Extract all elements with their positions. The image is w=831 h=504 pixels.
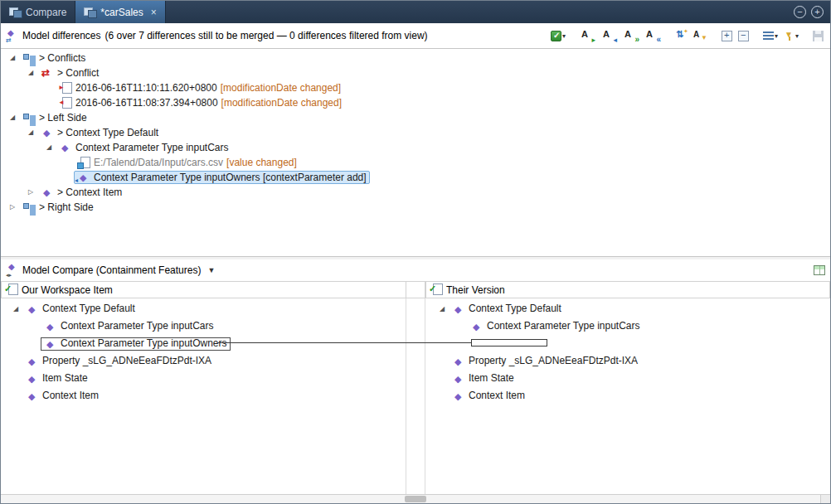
group-icon	[22, 112, 36, 124]
tree-item-content[interactable]: > Conflicts	[19, 51, 89, 65]
save-icon	[813, 31, 824, 41]
tree-item[interactable]: Context Parameter Type inputOwners [cont…	[1, 170, 830, 185]
tree-item-content[interactable]: Item State	[22, 372, 91, 385]
left-header-label: Our Workspace Item	[22, 284, 113, 296]
tab-compare[interactable]: Compare	[1, 1, 75, 23]
tree-item[interactable]: Context Parameter Type inputCars	[1, 317, 406, 335]
minimize-icon[interactable]: −	[794, 6, 806, 18]
tree-item-content[interactable]: > Context Type Default	[37, 126, 162, 139]
tree-item-label: > Left Side	[39, 110, 87, 125]
close-icon[interactable]: ×	[151, 7, 157, 18]
tree-item[interactable]: 2016-06-16T11:08:37.394+0800[modificatio…	[1, 95, 830, 110]
save-comparison-button[interactable]	[811, 27, 825, 45]
expanded-expander-icon[interactable]: ◢	[42, 140, 56, 155]
group-icon	[22, 201, 36, 214]
collapsed-expander-icon[interactable]: ▷	[24, 185, 37, 200]
diff-navigation-button[interactable]	[673, 27, 689, 45]
expanded-expander-icon[interactable]: ◢	[435, 300, 449, 317]
tree-item[interactable]: ◢> Context Type Default	[1, 125, 830, 140]
copy-right-to-left-button[interactable]	[600, 27, 619, 45]
checkbox-icon	[551, 31, 561, 41]
horizontal-scrollbar[interactable]	[1, 494, 830, 503]
tree-item[interactable]: Property _sLG_ADNeEeaFDtzPdt-IXA	[1, 352, 406, 370]
insertion-target-box	[471, 339, 547, 346]
tree-item-label: Context Type Default	[469, 300, 561, 317]
tree-item[interactable]: Context Parameter Type inputCars	[425, 317, 830, 335]
tree-item-content[interactable]: 2016-06-16T11:10:11.620+0800[modificatio…	[56, 81, 344, 94]
tree-item-label: Context Item	[42, 387, 99, 405]
tree-item-content[interactable]: Context Type Default	[449, 303, 565, 316]
tree-item-label: > Context Type Default	[57, 125, 158, 140]
tab-carsales[interactable]: *carSales ×	[75, 1, 165, 23]
collapse-all-button[interactable]	[736, 27, 751, 45]
model-differences-icon	[6, 30, 19, 41]
differences-summary: (6 over 7 differences still to be merged…	[105, 30, 428, 41]
filter-dropdown[interactable]: ▾	[782, 27, 800, 45]
tree-item[interactable]: E:/Talend/Data/Input/cars.csv[value chan…	[1, 155, 830, 170]
scrollbar-thumb[interactable]	[405, 496, 426, 502]
tree-item[interactable]: Item State	[425, 370, 830, 387]
tree-item-content[interactable]: Property _sLG_ADNeEeaFDtzPdt-IXA	[449, 355, 641, 368]
diff-filter-button[interactable]	[692, 27, 709, 45]
tree-item-content[interactable]: > Left Side	[19, 111, 90, 124]
tree-item-content[interactable]: > Right Side	[19, 201, 97, 214]
tree-item-content[interactable]: E:/Talend/Data/Input/cars.csv[value chan…	[74, 156, 300, 169]
tree-item-content[interactable]: Context Parameter Type inputCars	[467, 320, 644, 333]
tree-item[interactable]: Context Parameter Type inputOwners	[1, 335, 406, 352]
tree-item-content[interactable]: Context Parameter Type inputOwners	[41, 337, 231, 351]
tab-label: Compare	[26, 7, 66, 18]
tree-item-content[interactable]: Item State	[449, 372, 518, 385]
tree-item[interactable]: ◢Context Type Default	[1, 300, 406, 317]
gutter-header	[406, 281, 425, 298]
tree-item-label: Context Parameter Type inputCars	[75, 140, 229, 155]
tree-item-label: Context Item	[469, 387, 525, 405]
tree-item-label: > Context Item	[57, 185, 122, 200]
model-compare-icon	[6, 264, 20, 277]
tree-item[interactable]: ◢> Left Side	[1, 110, 830, 125]
tree-item[interactable]: Property _sLG_ADNeEeaFDtzPdt-IXA	[425, 352, 830, 370]
tree-item[interactable]: 2016-06-16T11:10:11.620+0800[modificatio…	[1, 80, 830, 95]
tree-item[interactable]: ◢> Conflicts	[1, 51, 830, 65]
expanded-expander-icon[interactable]: ◢	[6, 51, 19, 65]
tree-item[interactable]: Item State	[1, 370, 406, 387]
tree-item[interactable]: ◢Context Type Default	[425, 300, 830, 317]
chevron-down-icon[interactable]: ▼	[207, 266, 215, 274]
maximize-icon[interactable]: +	[811, 6, 824, 18]
tree-item[interactable]: ▷> Right Side	[1, 200, 830, 215]
copy-left-to-right-button[interactable]	[578, 27, 597, 45]
expanded-expander-icon[interactable]: ◢	[6, 110, 19, 125]
expanded-expander-icon[interactable]: ◢	[24, 65, 37, 80]
tree-item[interactable]: ▷> Context Item	[1, 185, 830, 200]
expand-all-button[interactable]	[720, 27, 734, 45]
tree-item[interactable]: Context Item	[1, 387, 406, 405]
tree-item-content[interactable]: Property _sLG_ADNeEeaFDtzPdt-IXA	[22, 355, 215, 368]
tree-item-content[interactable]: Context Type Default	[22, 303, 138, 316]
tree-item-content[interactable]: Context Item	[449, 390, 528, 403]
tree-item[interactable]: Context Item	[425, 387, 830, 405]
tree-item[interactable]: ◢Context Parameter Type inputCars	[1, 140, 830, 155]
tree-item-content[interactable]: Context Item	[22, 390, 102, 403]
copy-all-left-to-right-button[interactable]	[621, 27, 640, 45]
expanded-expander-icon[interactable]: ◢	[24, 125, 37, 140]
expanded-expander-icon[interactable]: ◢	[9, 300, 22, 317]
tree-item-label: Item State	[42, 370, 88, 387]
tree-item-content[interactable]: Context Parameter Type inputOwners [cont…	[74, 171, 370, 184]
tree-item-content[interactable]: 2016-06-16T11:08:37.394+0800[modificatio…	[56, 96, 345, 109]
diamond-icon	[26, 390, 40, 402]
model-compare-header: Model Compare (Containment Features) ▼	[1, 259, 830, 281]
group-by-dropdown[interactable]: ▾	[761, 27, 780, 45]
collapsed-expander-icon[interactable]: ▷	[6, 200, 19, 215]
copy-all-right-to-left-button[interactable]	[643, 27, 662, 45]
layout-grid-icon[interactable]	[814, 265, 825, 275]
tree-item[interactable]: ◢> Conflict	[1, 65, 830, 80]
tree-item-content[interactable]: > Conflict	[37, 66, 102, 80]
group-icon	[22, 52, 36, 65]
tree-item-label: 2016-06-16T11:08:37.394+0800	[75, 95, 218, 110]
doc-red-right-icon	[59, 82, 73, 94]
tree-item-content[interactable]: Context Parameter Type inputCars	[41, 320, 217, 333]
merge-mode-checkbox-button[interactable]: ▾	[549, 27, 567, 45]
compare-editor-window: Compare *carSales × − + Model difference…	[0, 0, 831, 504]
tree-item-content[interactable]: Context Parameter Type inputCars	[56, 141, 232, 154]
tree-item-label: > Conflict	[57, 65, 99, 80]
tree-item-content[interactable]: > Context Item	[37, 186, 125, 199]
